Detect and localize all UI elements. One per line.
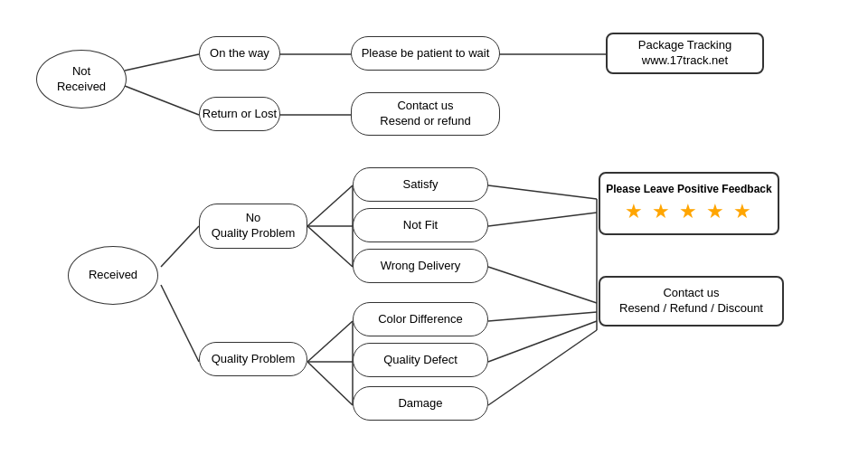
return-lost-label: Return or Lost xyxy=(203,107,277,122)
svg-line-13 xyxy=(488,267,597,303)
damage-node: Damage xyxy=(353,386,488,421)
feedback-label: Please Leave Positive Feedback xyxy=(606,183,771,197)
contact-resend-node: Contact us Resend or refund xyxy=(351,92,500,136)
package-tracking-node: Package Tracking www.17track.net xyxy=(606,33,764,74)
no-quality-label: No Quality Problem xyxy=(212,211,295,241)
svg-line-18 xyxy=(488,312,597,321)
not-fit-label: Not Fit xyxy=(403,218,438,233)
not-received-label: Not Received xyxy=(57,64,106,95)
wrong-delivery-label: Wrong Delivery xyxy=(381,259,461,274)
return-lost-node: Return or Lost xyxy=(199,97,280,131)
no-quality-node: No Quality Problem xyxy=(199,204,307,249)
svg-line-7 xyxy=(307,185,353,226)
diagram: Not Received On the way Please be patien… xyxy=(0,0,868,464)
contact-resend-label: Contact us Resend or refund xyxy=(380,99,470,129)
svg-line-5 xyxy=(161,226,199,267)
received-node: Received xyxy=(68,246,158,305)
wrong-delivery-node: Wrong Delivery xyxy=(353,249,488,283)
color-diff-node: Color Difference xyxy=(353,302,488,336)
satisfy-node: Satisfy xyxy=(353,167,488,202)
quality-defect-label: Quality Defect xyxy=(383,353,458,368)
contact-refund-label: Contact us Resend / Refund / Discount xyxy=(619,286,763,317)
svg-line-11 xyxy=(488,185,597,199)
not-fit-node: Not Fit xyxy=(353,208,488,242)
package-tracking-label: Package Tracking www.17track.net xyxy=(638,38,731,69)
svg-line-0 xyxy=(125,54,199,71)
svg-line-14 xyxy=(307,321,353,362)
svg-line-12 xyxy=(488,213,597,226)
svg-line-9 xyxy=(307,226,353,267)
on-the-way-label: On the way xyxy=(210,46,269,62)
not-received-node: Not Received xyxy=(36,50,127,109)
quality-defect-node: Quality Defect xyxy=(353,343,488,377)
patient-node: Please be patient to wait xyxy=(351,36,500,71)
satisfy-label: Satisfy xyxy=(402,177,438,193)
svg-line-6 xyxy=(161,285,199,362)
on-the-way-node: On the way xyxy=(199,36,280,71)
quality-problem-node: Quality Problem xyxy=(199,342,307,376)
svg-line-1 xyxy=(125,86,199,115)
patient-label: Please be patient to wait xyxy=(362,46,490,62)
quality-problem-label: Quality Problem xyxy=(212,352,295,367)
color-diff-label: Color Difference xyxy=(378,312,463,327)
received-label: Received xyxy=(89,268,137,283)
damage-label: Damage xyxy=(398,396,442,412)
contact-refund-node: Contact us Resend / Refund / Discount xyxy=(599,276,784,327)
feedback-node: Please Leave Positive Feedback ★ ★ ★ ★ ★ xyxy=(599,172,779,235)
svg-line-16 xyxy=(307,362,353,405)
stars-display: ★ ★ ★ ★ ★ xyxy=(625,199,753,225)
